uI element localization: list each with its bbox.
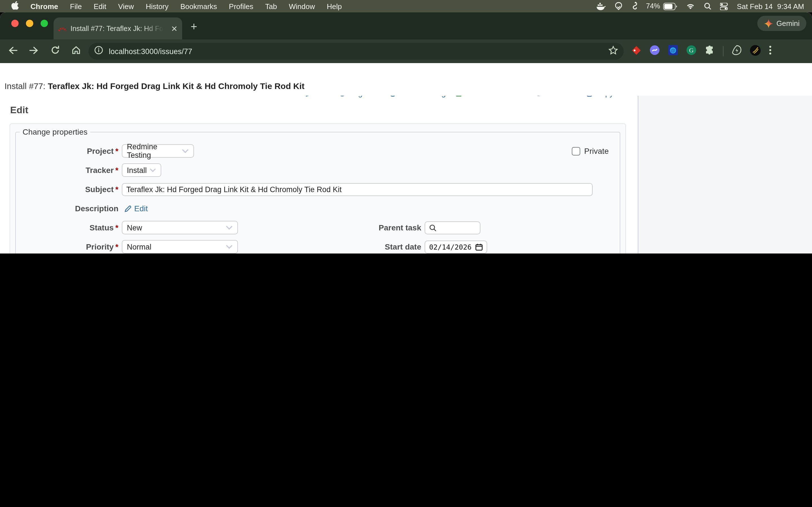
address-bar[interactable]: localhost:3000/issues/77 (89, 43, 624, 60)
parent-task-input[interactable] (424, 221, 480, 234)
grammarly-icon[interactable]: G (686, 45, 696, 57)
start-date-input[interactable]: 02/14/2026 (424, 240, 488, 253)
profile-avatar[interactable] (750, 45, 761, 58)
chrome-window: Install #77: Teraflex Jk: Hd Fo ✕ + Gemi… (0, 12, 812, 253)
pencil-icon (124, 205, 132, 212)
menubar-item-window[interactable]: Window (289, 2, 315, 10)
menubar-date[interactable]: Sat Feb 14 (737, 2, 772, 10)
toolbar-divider (723, 46, 723, 56)
start-tracking-action-link[interactable]: Start tracking (389, 96, 446, 98)
svg-text:G: G (689, 47, 694, 54)
priority-label: Priority* (22, 242, 118, 251)
extension-purple-icon[interactable] (650, 45, 660, 57)
page-content: Install #77: Teraflex Jk: Hd Forged Drag… (0, 63, 812, 253)
tracker-select[interactable]: Install (122, 163, 161, 177)
extension-blue-lock-icon[interactable]: @ (668, 45, 678, 57)
menubar-time[interactable]: 9:34 AM (777, 2, 804, 10)
tab-strip: Install #77: Teraflex Jk: Hd Fo ✕ + Gemi… (0, 12, 812, 40)
menubar-item-edit[interactable]: Edit (94, 2, 106, 10)
battery-indicator[interactable]: 74% (646, 2, 677, 10)
tab-title: Install #77: Teraflex Jk: Hd Fo (70, 24, 163, 33)
redmine-favicon (58, 23, 66, 34)
calendar-icon (476, 243, 483, 250)
unwatch-action-link[interactable]: Unwatch (535, 96, 576, 98)
menubar-item-view[interactable]: View (118, 2, 134, 10)
menubar-item-file[interactable]: File (70, 2, 82, 10)
menubar-item-tab[interactable]: Tab (265, 2, 277, 10)
chrome-menu-icon[interactable] (769, 46, 771, 57)
copy-action-link[interactable]: Copy (586, 96, 613, 98)
two-column-area: Status* New Priority* Normal Assignee Ri… (22, 221, 613, 253)
battery-saver-icon[interactable] (732, 45, 742, 57)
edit-action-link[interactable]: Edit (306, 96, 329, 98)
close-window-button[interactable] (11, 20, 18, 27)
project-row: Project* Redmine Testing Private (22, 144, 613, 158)
start-date-row: Start date 02/14/2026 (220, 240, 615, 253)
menubar-item-history[interactable]: History (146, 2, 168, 10)
description-edit-link[interactable]: Edit (124, 204, 148, 213)
maximize-window-button[interactable] (41, 20, 48, 27)
menubar-item-bookmarks[interactable]: Bookmarks (181, 2, 217, 10)
desktop: Chrome File Edit View History Bookmarks … (0, 0, 812, 253)
parent-task-row: Parent task (220, 221, 615, 234)
forward-button[interactable] (29, 46, 39, 57)
reload-button[interactable] (51, 46, 60, 57)
extensions-puzzle-icon[interactable] (705, 45, 714, 57)
log-time-action-link[interactable]: Log time (339, 96, 379, 98)
docker-icon[interactable] (596, 2, 605, 10)
share-action-link[interactable]: Share (504, 96, 525, 98)
menubar-item-chrome[interactable]: Chrome (31, 2, 58, 10)
tracker-row: Tracker* Install (22, 163, 613, 177)
gemini-button[interactable]: Gemini (757, 16, 806, 31)
private-checkbox[interactable] (572, 147, 580, 155)
page-heading: Edit (10, 105, 638, 116)
wifi-icon[interactable] (686, 3, 695, 10)
change-properties-fieldset: Change properties Project* Redmine Testi… (15, 127, 620, 253)
subject-row: Subject* (22, 182, 613, 196)
control-center-icon[interactable] (720, 3, 728, 10)
issue-title: Install #77: Teraflex Jk: Hd Forged Drag… (4, 81, 305, 91)
extension-red-icon[interactable] (631, 45, 641, 57)
bookmark-star-icon[interactable] (608, 45, 618, 57)
home-button[interactable] (71, 46, 81, 57)
seahorse-icon[interactable] (631, 2, 638, 11)
new-tab-button[interactable]: + (191, 20, 197, 33)
edit-form-box: Change properties Project* Redmine Testi… (10, 123, 626, 253)
svg-text:@: @ (670, 48, 675, 53)
back-button[interactable] (8, 46, 17, 57)
status-label: Status* (22, 223, 118, 232)
description-row: Description Edit (22, 202, 613, 215)
tracker-label: Tracker* (22, 166, 118, 175)
description-label: Description (22, 204, 118, 213)
project-label: Project* (22, 147, 118, 156)
private-label: Private (584, 147, 609, 156)
tab-close-icon[interactable]: ✕ (171, 24, 177, 33)
menubar-item-help[interactable]: Help (327, 2, 342, 10)
project-select[interactable]: Redmine Testing (122, 144, 194, 158)
context-toolbar-clipped: Edit Log time Start tracking Bill Time S… (0, 96, 638, 103)
bill-time-action-link[interactable]: Bill Time (455, 96, 494, 98)
menubar-item-profiles[interactable]: Profiles (229, 2, 253, 10)
paw-icon[interactable] (614, 2, 623, 11)
browser-toolbar: localhost:3000/issues/77 @ G (0, 40, 812, 63)
gemini-label: Gemini (776, 19, 800, 27)
gemini-sparkle-icon (764, 19, 773, 28)
parent-task-label: Parent task (220, 223, 421, 232)
site-info-icon[interactable] (94, 46, 103, 57)
apple-menu-icon[interactable] (11, 1, 18, 11)
search-icon (429, 224, 437, 231)
subject-input[interactable] (122, 183, 593, 196)
battery-percentage: 74% (646, 2, 660, 10)
url-text[interactable]: localhost:3000/issues/77 (109, 47, 608, 55)
start-date-label: Start date (220, 242, 421, 251)
change-properties-legend: Change properties (20, 127, 90, 136)
browser-tab[interactable]: Install #77: Teraflex Jk: Hd Fo ✕ (54, 17, 182, 40)
right-column: Parent task Start date 02/14/2026 Due da… (220, 221, 615, 253)
issue-title-bar: Install #77: Teraflex Jk: Hd Forged Drag… (0, 75, 812, 96)
spotlight-icon[interactable] (703, 2, 711, 10)
minimize-window-button[interactable] (26, 20, 33, 27)
macos-menubar: Chrome File Edit View History Bookmarks … (0, 0, 812, 12)
main-column: Edit Log time Start tracking Bill Time S… (0, 96, 638, 253)
subject-label: Subject* (22, 185, 118, 194)
right-panel (638, 96, 812, 253)
